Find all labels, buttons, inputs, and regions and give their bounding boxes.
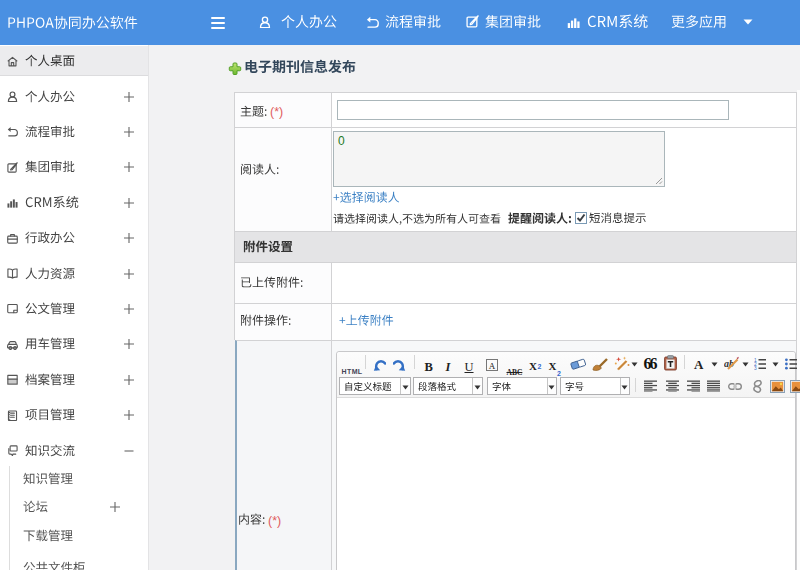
svg-text:3: 3 xyxy=(754,366,757,370)
svg-text:A: A xyxy=(489,360,496,370)
